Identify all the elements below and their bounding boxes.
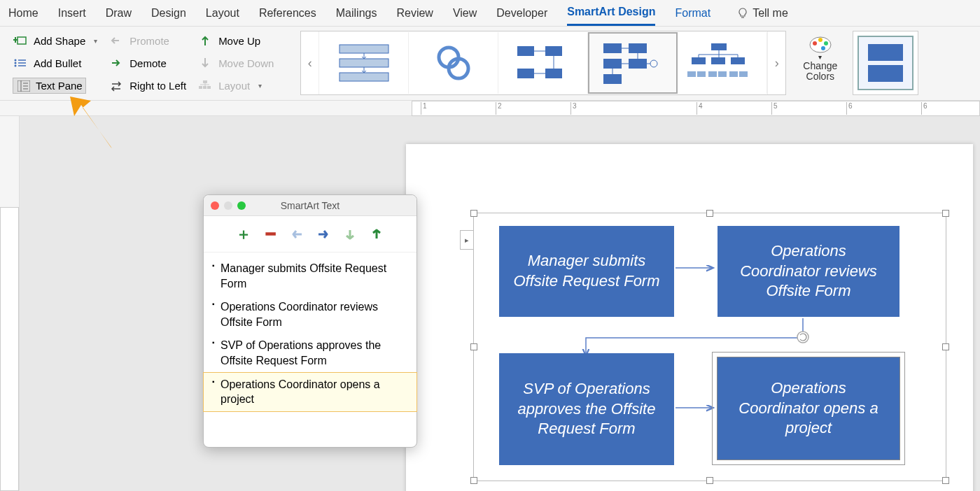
svg-rect-16 bbox=[203, 86, 206, 89]
styles-gallery[interactable] bbox=[853, 31, 918, 95]
move-up-arrow-icon[interactable] bbox=[368, 226, 385, 243]
tab-view[interactable]: View bbox=[453, 1, 477, 25]
text-pane-item[interactable]: Operations Coordinator opens a project bbox=[204, 373, 416, 411]
tab-smartart-design[interactable]: SmartArt Design bbox=[567, 0, 655, 26]
demote-arrow-icon[interactable] bbox=[315, 226, 332, 243]
svg-rect-26 bbox=[545, 46, 562, 56]
demote-label: Demote bbox=[130, 57, 167, 69]
layout-label: Layout bbox=[218, 80, 250, 92]
tell-me[interactable]: Tell me bbox=[737, 7, 788, 20]
move-down-button[interactable]: Move Down bbox=[197, 53, 274, 73]
svg-point-51 bbox=[818, 38, 822, 42]
svg-rect-15 bbox=[199, 86, 202, 89]
svg-point-3 bbox=[15, 59, 17, 62]
horizontal-ruler: 1 2 3 4 5 6 6 bbox=[0, 101, 980, 116]
minimize-icon bbox=[224, 201, 232, 210]
svg-rect-35 bbox=[711, 43, 727, 50]
demote-button[interactable]: Demote bbox=[108, 53, 186, 73]
ribbon-toolbar: Add Shape▾ Add Bullet Text Pane Promote … bbox=[0, 27, 980, 101]
gallery-prev-button[interactable]: ‹ bbox=[301, 31, 319, 94]
text-pane-toolbar: ＋ ━ bbox=[204, 216, 416, 252]
style-option-1[interactable] bbox=[858, 36, 913, 90]
tab-design[interactable]: Design bbox=[151, 1, 186, 25]
document-area: ▸ Manager submits Offsite Request Form O… bbox=[0, 116, 980, 491]
layout-option-1[interactable] bbox=[319, 32, 409, 94]
text-pane-item[interactable]: SVP of Operations approves the Offsite R… bbox=[204, 334, 416, 372]
smartart-box-4[interactable]: Operations Coordinator opens a project bbox=[718, 357, 899, 460]
promote-icon bbox=[108, 36, 124, 45]
svg-point-53 bbox=[821, 46, 825, 50]
tab-mailings[interactable]: Mailings bbox=[336, 1, 377, 25]
smartart-box-2[interactable]: Operations Coordinator reviews Offsite F… bbox=[718, 226, 899, 317]
tab-developer[interactable]: Developer bbox=[496, 1, 547, 25]
svg-rect-0 bbox=[18, 37, 26, 44]
smartart-graphic[interactable]: ▸ Manager submits Offsite Request Form O… bbox=[473, 213, 946, 481]
add-bullet-button[interactable]: Add Bullet bbox=[13, 53, 97, 73]
layout-option-3[interactable] bbox=[498, 32, 588, 94]
move-up-label: Move Up bbox=[218, 35, 260, 47]
svg-rect-44 bbox=[739, 71, 748, 77]
svg-rect-17 bbox=[207, 86, 211, 89]
promote-button[interactable]: Promote bbox=[108, 31, 186, 50]
ruler-mark: 6 bbox=[921, 102, 927, 115]
add-bullet-icon bbox=[13, 57, 28, 69]
move-down-arrow-icon[interactable] bbox=[342, 226, 358, 243]
tab-review[interactable]: Review bbox=[396, 1, 433, 25]
text-pane-item[interactable]: Operations Coordinator reviews Offsite F… bbox=[204, 295, 416, 334]
ruler-mark: 6 bbox=[846, 102, 853, 115]
change-colors-button[interactable]: ▾ Change Colors bbox=[799, 31, 841, 96]
add-bullet-label: Add Bullet bbox=[34, 57, 81, 69]
svg-rect-41 bbox=[708, 71, 717, 77]
svg-rect-36 bbox=[692, 57, 706, 64]
add-icon[interactable]: ＋ bbox=[235, 226, 252, 243]
close-icon[interactable] bbox=[211, 201, 219, 210]
gallery-next-button[interactable]: › bbox=[767, 31, 785, 94]
tab-format[interactable]: Format bbox=[675, 1, 710, 25]
tab-references[interactable]: References bbox=[259, 1, 316, 25]
svg-rect-38 bbox=[731, 57, 745, 64]
remove-icon[interactable]: ━ bbox=[262, 226, 279, 243]
ruler-mark: 1 bbox=[421, 102, 427, 115]
text-pane-titlebar[interactable]: SmartArt Text bbox=[204, 195, 416, 216]
zoom-icon[interactable] bbox=[237, 201, 246, 210]
vertical-ruler bbox=[0, 116, 20, 491]
svg-rect-30 bbox=[629, 43, 647, 53]
svg-rect-33 bbox=[603, 74, 622, 84]
text-pane-list: Manager submits Offsite Request Form Ope… bbox=[204, 252, 416, 415]
tab-insert[interactable]: Insert bbox=[58, 1, 86, 25]
svg-rect-27 bbox=[517, 69, 534, 78]
text-pane-icon bbox=[16, 80, 31, 92]
ruler-mark: 5 bbox=[771, 102, 778, 115]
promote-label: Promote bbox=[130, 35, 169, 47]
layout-option-5[interactable] bbox=[678, 32, 767, 94]
svg-point-34 bbox=[650, 60, 657, 67]
svg-rect-39 bbox=[687, 71, 696, 77]
promote-arrow-icon[interactable] bbox=[288, 226, 305, 243]
rtl-icon bbox=[108, 80, 124, 92]
callout-arrow-icon bbox=[62, 91, 132, 161]
smartart-expand-tab[interactable]: ▸ bbox=[460, 230, 474, 250]
lightbulb-icon bbox=[737, 8, 748, 19]
ruler-mark: 3 bbox=[570, 102, 577, 115]
layout-option-4[interactable] bbox=[588, 32, 678, 94]
svg-rect-29 bbox=[603, 43, 622, 53]
smartart-text-pane[interactable]: SmartArt Text ＋ ━ Manager submits Offsit… bbox=[203, 194, 417, 448]
smartart-box-3[interactable]: SVP of Operations approves the Offsite R… bbox=[499, 353, 674, 465]
tab-home[interactable]: Home bbox=[8, 1, 38, 25]
tab-draw[interactable]: Draw bbox=[106, 1, 132, 25]
add-shape-button[interactable]: Add Shape▾ bbox=[13, 31, 97, 50]
tab-layout[interactable]: Layout bbox=[206, 1, 239, 25]
text-pane-label: Text Pane bbox=[36, 80, 83, 92]
move-up-button[interactable]: Move Up bbox=[197, 31, 274, 50]
svg-rect-40 bbox=[697, 71, 706, 77]
rtl-label: Right to Left bbox=[130, 80, 186, 92]
text-pane-item[interactable]: Manager submits Offsite Request Form bbox=[204, 257, 416, 295]
change-colors-label: Change Colors bbox=[803, 61, 837, 83]
layouts-gallery: ‹ › bbox=[300, 31, 786, 95]
svg-rect-42 bbox=[718, 71, 727, 77]
layout-button[interactable]: Layout▾ bbox=[197, 76, 274, 96]
smartart-box-1[interactable]: Manager submits Offsite Request Form bbox=[499, 226, 674, 317]
ruler-mark: 4 bbox=[696, 102, 703, 115]
layout-option-2[interactable] bbox=[409, 32, 498, 94]
document-page[interactable]: ▸ Manager submits Offsite Request Form O… bbox=[406, 144, 973, 491]
